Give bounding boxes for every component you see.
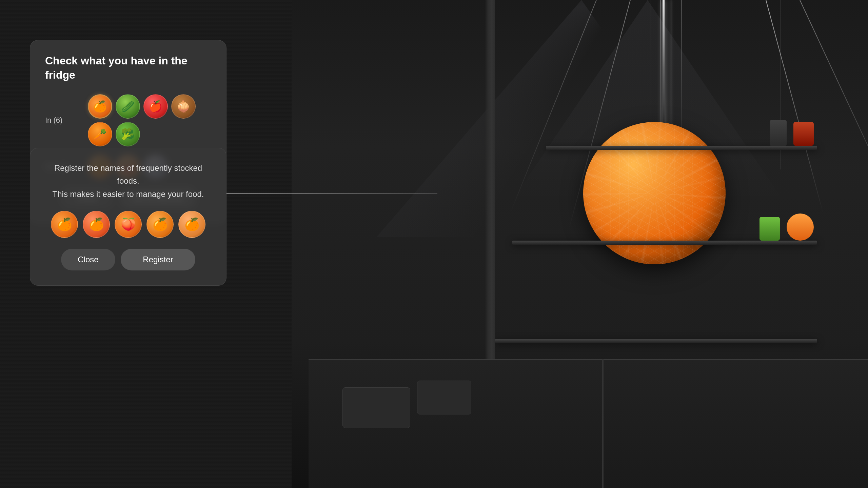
fridge-upper-compartment	[780, 0, 868, 169]
food-item-onion-in[interactable]: 🧅	[171, 94, 196, 119]
close-button-register[interactable]: Close	[61, 249, 115, 270]
fridge-shelf-3	[495, 339, 817, 343]
register-button[interactable]: Register	[121, 249, 195, 270]
cucumber-in-emoji: 🥒	[116, 95, 139, 118]
fridge-interior	[309, 0, 868, 488]
panel-check-title: Check what you have in the fridge	[45, 54, 211, 82]
register-item-3[interactable]: 🍑	[115, 211, 142, 238]
reg1-emoji: 🍊	[52, 211, 77, 237]
reg4-emoji: 🍊	[147, 211, 173, 237]
register-item-2[interactable]: 🍊	[83, 211, 110, 238]
shelf-item-4	[760, 217, 780, 241]
drawer-item-2	[417, 381, 471, 414]
in-food-row: In (6) 🍊 🥒 🍎 🧅 🥕 🥦	[45, 94, 211, 146]
orange-in-emoji: 🍊	[89, 95, 111, 118]
in-label: In (6)	[45, 116, 82, 125]
food-item-carrot-in[interactable]: 🥕	[88, 122, 112, 146]
onion-in-emoji: 🧅	[172, 95, 195, 118]
shelf-item-1	[793, 122, 814, 146]
food-item-cucumber-in[interactable]: 🥒	[116, 94, 140, 119]
register-text-line2: This makes it easier to manage your food…	[45, 188, 211, 201]
drawer-item-1	[342, 387, 410, 428]
fridge-shelf-2	[512, 241, 817, 245]
reg2-emoji: 🍊	[83, 211, 109, 237]
fridge-bottom-drawer	[309, 359, 868, 488]
register-panel-buttons: Close Register	[45, 249, 211, 270]
drawer-divider	[602, 359, 604, 488]
broccoli-in-emoji: 🥦	[116, 123, 139, 146]
food-item-apple-in[interactable]: 🍎	[143, 94, 168, 119]
apple-in-emoji: 🍎	[144, 95, 167, 118]
reg5-emoji: 🍊	[179, 211, 205, 237]
register-text-line1: Register the names of frequently stocked…	[45, 162, 211, 188]
register-item-4[interactable]: 🍊	[146, 211, 174, 238]
shelf-item-2	[770, 120, 787, 146]
carrot-in-emoji: 🥕	[88, 123, 112, 146]
reg3-emoji: 🍑	[115, 211, 141, 237]
connection-line	[200, 193, 437, 194]
register-item-1[interactable]: 🍊	[51, 211, 78, 238]
center-scan-beam	[663, 0, 665, 136]
in-food-items: 🍊 🥒 🍎 🧅 🥕 🥦	[88, 94, 211, 146]
fridge-shelf-1	[546, 146, 817, 150]
food-item-orange-in[interactable]: 🍊	[88, 94, 112, 119]
register-text: Register the names of frequently stocked…	[45, 162, 211, 201]
register-food-items: 🍊 🍊 🍑 🍊 🍊	[45, 211, 211, 238]
food-item-broccoli-in[interactable]: 🥦	[116, 122, 140, 146]
register-item-5[interactable]: 🍊	[178, 211, 205, 238]
shelf-item-3	[787, 214, 814, 241]
panel-register: Register the names of frequently stocked…	[30, 148, 226, 286]
